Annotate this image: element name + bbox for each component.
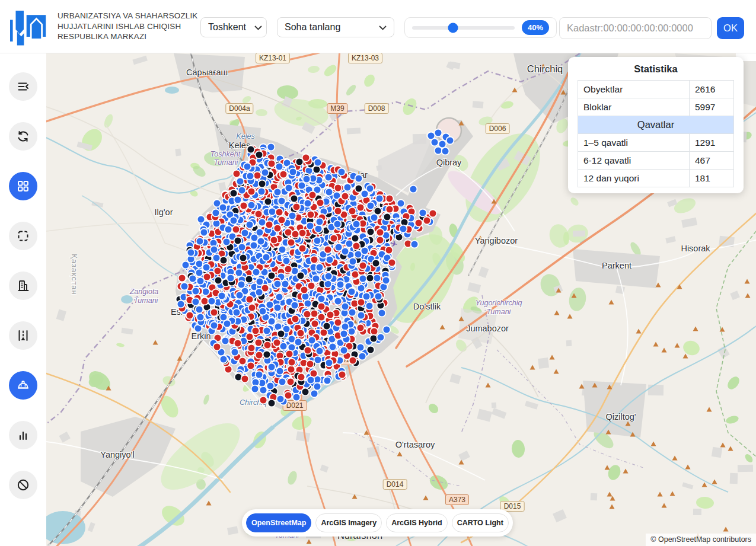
object-dot: [248, 304, 256, 312]
menu-collapse-button[interactable]: [9, 72, 37, 101]
object-dot: [186, 312, 194, 320]
sector-select[interactable]: Soha tanlang: [277, 17, 394, 37]
object-dot: [263, 327, 271, 335]
map-canvas[interactable]: ✈ СарыағашChirchiqKelesKelesToshkentTuma…: [46, 53, 756, 546]
object-dot: [329, 343, 337, 351]
object-dot: [218, 292, 226, 300]
object-dot: [302, 388, 310, 396]
object-dot: [181, 283, 189, 290]
statistics-button[interactable]: [9, 421, 37, 449]
opacity-slider-handle[interactable]: [448, 23, 458, 33]
object-dot: [372, 260, 380, 267]
basemap-arcgis-imagery[interactable]: ArcGIS Imagery: [315, 513, 382, 532]
object-dot: [295, 339, 302, 346]
chevron-down-icon: [254, 22, 262, 33]
object-dot: [276, 368, 284, 375]
object-dot: [334, 221, 342, 228]
object-dot: [299, 245, 307, 253]
object-dot: [241, 375, 249, 383]
opacity-slider-track[interactable]: [412, 26, 515, 30]
object-dot: [246, 296, 254, 304]
road-button[interactable]: [9, 321, 37, 350]
object-dot: [415, 219, 423, 227]
object-dot: [210, 322, 218, 330]
object-dot: [371, 214, 378, 222]
object-dot: [220, 257, 228, 264]
object-dot: [244, 163, 251, 171]
helmet-icon: [16, 378, 30, 392]
object-dot: [273, 339, 281, 347]
object-dot: [196, 238, 204, 245]
sync-button[interactable]: [9, 122, 37, 151]
construction-button[interactable]: [9, 371, 37, 400]
object-dot: [234, 196, 242, 204]
object-dot: [279, 246, 286, 254]
disable-button[interactable]: [9, 471, 37, 499]
basemap-openstreetmap[interactable]: OpenStreetMap: [246, 513, 311, 532]
object-dot: [312, 275, 320, 283]
object-dot: [324, 246, 332, 254]
object-dot: [349, 207, 356, 215]
object-dot: [297, 272, 305, 280]
object-dot: [316, 264, 324, 272]
object-dot: [293, 394, 301, 401]
object-dot: [334, 298, 342, 305]
object-dot: [237, 178, 244, 186]
object-dot: [291, 195, 298, 203]
kadastr-input[interactable]: [559, 17, 712, 39]
object-dot: [349, 258, 357, 266]
object-dot: [318, 295, 326, 303]
object-dot: [247, 146, 255, 154]
object-dot: [197, 314, 205, 321]
object-dot: [307, 211, 315, 219]
object-dot: [309, 191, 317, 199]
object-dot: [234, 340, 242, 347]
object-dot: [285, 392, 292, 400]
object-dot: [220, 356, 228, 363]
object-dot: [317, 199, 324, 207]
stat-label: 6-12 qavatli: [578, 152, 690, 170]
layers-grid-button[interactable]: [9, 172, 37, 200]
basemap-arcgis-hybrid[interactable]: ArcGIS Hybrid: [386, 513, 447, 532]
object-dot: [254, 172, 261, 180]
object-dot: [376, 195, 384, 203]
object-dot: [326, 189, 333, 196]
buildings-button[interactable]: [9, 272, 37, 300]
object-dot: [337, 281, 344, 289]
object-dot: [277, 330, 285, 338]
basemap-carto-light[interactable]: CARTO Light: [452, 513, 509, 532]
object-dot: [400, 225, 407, 233]
stat-value: 5997: [690, 98, 734, 116]
app-title: URBANIZATSIYA VA SHAHARSOZLIK HUJJATLARI…: [58, 11, 203, 42]
object-dot: [316, 218, 324, 226]
object-dot: [386, 195, 394, 203]
ok-button[interactable]: OK: [717, 17, 744, 39]
object-dot: [435, 129, 442, 137]
region-select[interactable]: Toshkent: [200, 17, 267, 37]
statistics-panel: Statistika Obyektlar 2616 Bloklar 5997 Q…: [568, 57, 744, 193]
object-dot: [435, 147, 442, 155]
object-dot: [212, 209, 220, 217]
object-dot: [311, 256, 318, 264]
stat-label: 12 dan yuqori: [578, 170, 690, 187]
object-dot: [256, 371, 263, 379]
object-dot: [307, 360, 314, 368]
object-dot: [238, 244, 246, 251]
object-dot: [287, 378, 295, 386]
object-dot: [233, 309, 241, 317]
object-dot: [384, 213, 391, 221]
object-dot: [258, 188, 266, 196]
object-dot: [264, 198, 272, 206]
grid-icon: [16, 179, 30, 193]
object-dot: [377, 229, 384, 237]
sector-select-value: Soha tanlang: [285, 22, 340, 33]
object-dot: [255, 339, 263, 347]
object-dot: [285, 266, 292, 273]
select-area-button[interactable]: [9, 222, 37, 250]
object-dot: [182, 261, 190, 269]
object-dot: [370, 335, 378, 343]
object-dot: [342, 323, 349, 331]
object-dot: [442, 148, 449, 155]
object-dot: [377, 334, 385, 341]
statistics-title: Statistika: [578, 63, 734, 75]
